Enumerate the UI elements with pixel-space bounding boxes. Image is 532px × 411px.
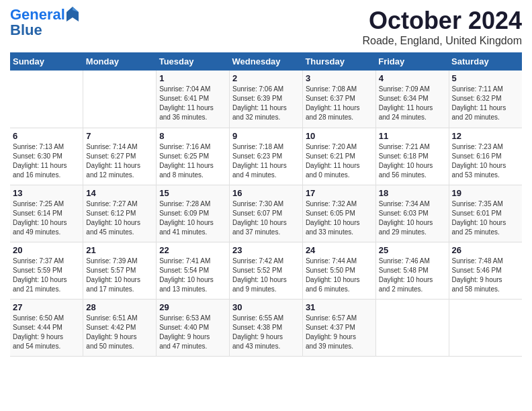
calendar-cell: 9Sunrise: 7:18 AM Sunset: 6:23 PM Daylig… bbox=[230, 128, 303, 185]
day-info: Sunrise: 7:11 AM Sunset: 6:32 PM Dayligh… bbox=[452, 85, 519, 122]
calendar-cell: 26Sunrise: 7:48 AM Sunset: 5:46 PM Dayli… bbox=[449, 242, 522, 299]
day-info: Sunrise: 7:18 AM Sunset: 6:23 PM Dayligh… bbox=[232, 142, 300, 180]
calendar-cell: 8Sunrise: 7:16 AM Sunset: 6:25 PM Daylig… bbox=[157, 128, 230, 185]
calendar-cell: 28Sunrise: 6:51 AM Sunset: 4:42 PM Dayli… bbox=[83, 299, 157, 356]
calendar-cell: 24Sunrise: 7:44 AM Sunset: 5:50 PM Dayli… bbox=[302, 242, 375, 299]
calendar-cell: 11Sunrise: 7:21 AM Sunset: 6:18 PM Dayli… bbox=[375, 128, 449, 185]
logo: General Blue bbox=[10, 7, 79, 39]
calendar-cell: 19Sunrise: 7:35 AM Sunset: 6:01 PM Dayli… bbox=[449, 185, 522, 242]
logo-blue: Blue bbox=[10, 21, 79, 39]
day-info: Sunrise: 7:48 AM Sunset: 5:46 PM Dayligh… bbox=[452, 257, 519, 294]
day-info: Sunrise: 6:55 AM Sunset: 4:38 PM Dayligh… bbox=[232, 314, 300, 351]
day-info: Sunrise: 7:23 AM Sunset: 6:16 PM Dayligh… bbox=[452, 142, 519, 180]
day-info: Sunrise: 7:39 AM Sunset: 5:57 PM Dayligh… bbox=[86, 257, 153, 294]
page-header: General Blue October 2024 Roade, England… bbox=[10, 7, 522, 47]
calendar-cell bbox=[449, 299, 522, 356]
day-number: 4 bbox=[379, 73, 446, 83]
day-number: 31 bbox=[306, 302, 373, 312]
day-info: Sunrise: 7:30 AM Sunset: 6:07 PM Dayligh… bbox=[232, 199, 300, 237]
day-number: 6 bbox=[13, 131, 80, 141]
day-number: 9 bbox=[232, 131, 300, 141]
day-info: Sunrise: 7:46 AM Sunset: 5:48 PM Dayligh… bbox=[379, 257, 446, 294]
calendar-cell: 2Sunrise: 7:06 AM Sunset: 6:39 PM Daylig… bbox=[230, 71, 303, 128]
day-info: Sunrise: 7:42 AM Sunset: 5:52 PM Dayligh… bbox=[232, 257, 300, 294]
calendar-cell: 1Sunrise: 7:04 AM Sunset: 6:41 PM Daylig… bbox=[157, 71, 230, 128]
calendar-cell: 30Sunrise: 6:55 AM Sunset: 4:38 PM Dayli… bbox=[230, 299, 303, 356]
day-info: Sunrise: 6:51 AM Sunset: 4:42 PM Dayligh… bbox=[86, 314, 153, 351]
calendar-cell: 12Sunrise: 7:23 AM Sunset: 6:16 PM Dayli… bbox=[449, 128, 522, 185]
location: Roade, England, United Kingdom bbox=[363, 35, 523, 47]
calendar-week-5: 27Sunrise: 6:50 AM Sunset: 4:44 PM Dayli… bbox=[10, 299, 522, 356]
day-number: 11 bbox=[379, 131, 446, 141]
day-number: 19 bbox=[452, 188, 519, 198]
day-number: 26 bbox=[452, 245, 519, 255]
day-info: Sunrise: 6:50 AM Sunset: 4:44 PM Dayligh… bbox=[13, 314, 80, 351]
header-sunday: Sunday bbox=[10, 52, 83, 71]
day-info: Sunrise: 7:20 AM Sunset: 6:21 PM Dayligh… bbox=[306, 142, 373, 180]
day-number: 8 bbox=[159, 131, 226, 141]
header-wednesday: Wednesday bbox=[230, 52, 303, 71]
day-number: 7 bbox=[86, 131, 153, 141]
calendar-cell: 21Sunrise: 7:39 AM Sunset: 5:57 PM Dayli… bbox=[83, 242, 157, 299]
calendar-table: SundayMondayTuesdayWednesdayThursdayFrid… bbox=[10, 52, 522, 357]
day-number: 18 bbox=[379, 188, 446, 198]
day-number: 22 bbox=[159, 245, 226, 255]
day-number: 29 bbox=[159, 302, 226, 312]
day-number: 5 bbox=[452, 73, 519, 83]
day-info: Sunrise: 7:09 AM Sunset: 6:34 PM Dayligh… bbox=[379, 85, 446, 122]
day-number: 30 bbox=[232, 302, 300, 312]
header-monday: Monday bbox=[83, 52, 157, 71]
header-saturday: Saturday bbox=[449, 52, 522, 71]
day-info: Sunrise: 7:32 AM Sunset: 6:05 PM Dayligh… bbox=[306, 199, 373, 237]
day-info: Sunrise: 7:21 AM Sunset: 6:18 PM Dayligh… bbox=[379, 142, 446, 180]
day-number: 1 bbox=[159, 73, 226, 83]
calendar-cell bbox=[375, 299, 449, 356]
day-number: 23 bbox=[232, 245, 300, 255]
header-thursday: Thursday bbox=[302, 52, 375, 71]
calendar-cell bbox=[83, 71, 157, 128]
calendar-week-4: 20Sunrise: 7:37 AM Sunset: 5:59 PM Dayli… bbox=[10, 242, 522, 299]
day-info: Sunrise: 7:04 AM Sunset: 6:41 PM Dayligh… bbox=[159, 85, 226, 122]
calendar-cell: 31Sunrise: 6:57 AM Sunset: 4:37 PM Dayli… bbox=[302, 299, 375, 356]
day-info: Sunrise: 7:27 AM Sunset: 6:12 PM Dayligh… bbox=[86, 199, 153, 237]
day-info: Sunrise: 7:37 AM Sunset: 5:59 PM Dayligh… bbox=[13, 257, 80, 294]
day-info: Sunrise: 7:41 AM Sunset: 5:54 PM Dayligh… bbox=[159, 257, 226, 294]
calendar-header: SundayMondayTuesdayWednesdayThursdayFrid… bbox=[10, 52, 522, 71]
day-number: 15 bbox=[159, 188, 226, 198]
calendar-cell: 16Sunrise: 7:30 AM Sunset: 6:07 PM Dayli… bbox=[230, 185, 303, 242]
calendar-cell: 17Sunrise: 7:32 AM Sunset: 6:05 PM Dayli… bbox=[302, 185, 375, 242]
day-number: 10 bbox=[306, 131, 373, 141]
calendar-week-2: 6Sunrise: 7:13 AM Sunset: 6:30 PM Daylig… bbox=[10, 128, 522, 185]
calendar-cell: 5Sunrise: 7:11 AM Sunset: 6:32 PM Daylig… bbox=[449, 71, 522, 128]
day-number: 14 bbox=[86, 188, 153, 198]
day-number: 27 bbox=[13, 302, 80, 312]
logo-text: General bbox=[10, 7, 65, 23]
calendar-cell: 3Sunrise: 7:08 AM Sunset: 6:37 PM Daylig… bbox=[302, 71, 375, 128]
day-info: Sunrise: 7:16 AM Sunset: 6:25 PM Dayligh… bbox=[159, 142, 226, 180]
day-number: 2 bbox=[232, 73, 300, 83]
logo-icon bbox=[66, 7, 79, 21]
day-number: 12 bbox=[452, 131, 519, 141]
calendar-cell: 10Sunrise: 7:20 AM Sunset: 6:21 PM Dayli… bbox=[302, 128, 375, 185]
calendar-cell: 13Sunrise: 7:25 AM Sunset: 6:14 PM Dayli… bbox=[10, 185, 83, 242]
day-info: Sunrise: 7:44 AM Sunset: 5:50 PM Dayligh… bbox=[306, 257, 373, 294]
day-info: Sunrise: 7:14 AM Sunset: 6:27 PM Dayligh… bbox=[86, 142, 153, 180]
calendar-cell: 7Sunrise: 7:14 AM Sunset: 6:27 PM Daylig… bbox=[83, 128, 157, 185]
calendar-cell: 27Sunrise: 6:50 AM Sunset: 4:44 PM Dayli… bbox=[10, 299, 83, 356]
header-friday: Friday bbox=[375, 52, 449, 71]
header-tuesday: Tuesday bbox=[157, 52, 230, 71]
calendar-cell: 15Sunrise: 7:28 AM Sunset: 6:09 PM Dayli… bbox=[157, 185, 230, 242]
day-info: Sunrise: 7:06 AM Sunset: 6:39 PM Dayligh… bbox=[232, 85, 300, 122]
day-info: Sunrise: 7:35 AM Sunset: 6:01 PM Dayligh… bbox=[452, 199, 519, 237]
calendar-cell bbox=[10, 71, 83, 128]
calendar-week-3: 13Sunrise: 7:25 AM Sunset: 6:14 PM Dayli… bbox=[10, 185, 522, 242]
day-number: 28 bbox=[86, 302, 153, 312]
day-number: 20 bbox=[13, 245, 80, 255]
day-info: Sunrise: 7:25 AM Sunset: 6:14 PM Dayligh… bbox=[13, 199, 80, 237]
title-block: October 2024 Roade, England, United King… bbox=[363, 7, 523, 47]
calendar-cell: 23Sunrise: 7:42 AM Sunset: 5:52 PM Dayli… bbox=[230, 242, 303, 299]
day-info: Sunrise: 7:13 AM Sunset: 6:30 PM Dayligh… bbox=[13, 142, 80, 180]
calendar-cell: 25Sunrise: 7:46 AM Sunset: 5:48 PM Dayli… bbox=[375, 242, 449, 299]
calendar-cell: 22Sunrise: 7:41 AM Sunset: 5:54 PM Dayli… bbox=[157, 242, 230, 299]
month-title: October 2024 bbox=[363, 7, 523, 35]
